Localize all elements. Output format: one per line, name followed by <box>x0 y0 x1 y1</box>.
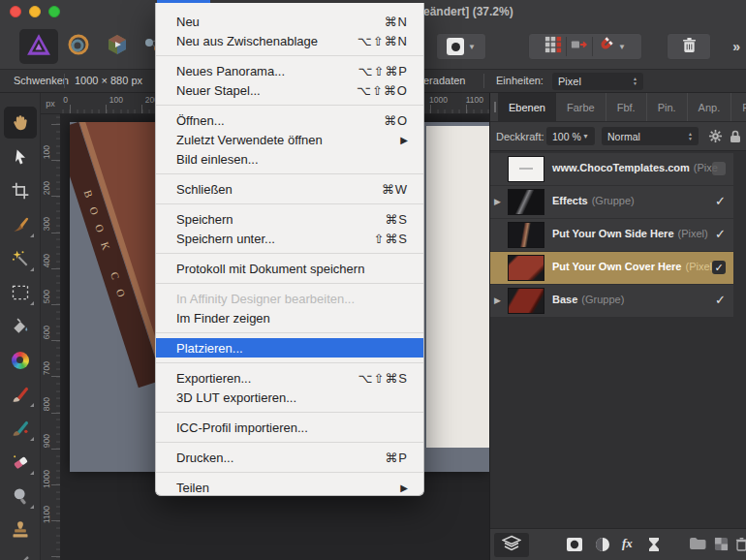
menu-item-protokoll[interactable]: Protokoll mit Dokument speichern <box>156 259 423 278</box>
menu-separator <box>156 362 423 363</box>
layer-effects-fx-icon[interactable]: fx <box>622 536 633 551</box>
menu-item-3d-lut[interactable]: 3D LUT exportieren... <box>156 388 423 407</box>
menu-item-speichern[interactable]: Speichern⌘S <box>156 209 423 229</box>
liquify-persona-icon <box>67 33 90 60</box>
view-pan-tool[interactable] <box>4 107 37 139</box>
studio-panel: Ebenen Farbe Fbf. Pin. Anp. FX Deckkraft… <box>489 93 746 560</box>
adjustment-layer-icon[interactable] <box>595 537 610 556</box>
color-picker-tool[interactable] <box>4 344 37 376</box>
erase-tool[interactable] <box>4 446 37 478</box>
marquee-select-tool[interactable] <box>4 276 37 308</box>
opacity-select[interactable]: 100 % ▼ <box>546 127 595 145</box>
photo-persona-button[interactable] <box>19 29 58 64</box>
menu-item-speichern-unter[interactable]: Speichern unter...⇧⌘S <box>156 229 423 248</box>
menu-item-oeffnen[interactable]: Öffnen...⌘O <box>156 110 423 130</box>
develop-persona-button[interactable] <box>101 31 134 62</box>
crop-tool[interactable] <box>4 174 37 206</box>
delete-layer-trash-icon[interactable] <box>735 537 746 555</box>
menu-item-neues-panorama[interactable]: Neues Panorama...⌥⇧⌘P <box>156 61 423 80</box>
checkmark-icon[interactable]: ✓ <box>715 293 726 307</box>
dodge-burn-tool[interactable] <box>4 480 37 512</box>
menu-item-teilen[interactable]: Teilen▶ <box>156 478 423 496</box>
menu-item-zuletzt-verwendete[interactable]: Zuletzt Verwendete öffnen▶ <box>156 130 423 149</box>
menu-item-schliessen[interactable]: Schließen⌘W <box>156 179 423 199</box>
expand-arrow-icon[interactable]: ▶ <box>494 197 501 206</box>
metadata-toggle-label[interactable]: eradaten <box>423 75 465 86</box>
chevron-down-icon[interactable]: ▼ <box>468 43 476 51</box>
tab-ebenen[interactable]: Ebenen <box>498 93 556 121</box>
expand-arrow-icon[interactable]: ▶ <box>494 296 501 305</box>
menu-item-neu-aus-zwischenablage[interactable]: Neu aus Zwischenablage⌥⇧⌘N <box>156 31 423 50</box>
grid-icon[interactable] <box>544 36 562 57</box>
minimize-window-button[interactable] <box>29 6 41 17</box>
tab-anpassungen[interactable]: Anp. <box>688 93 732 121</box>
units-label: Einheiten: <box>496 75 544 86</box>
mask-layer-icon[interactable] <box>566 537 583 556</box>
panel-drag-handle-icon[interactable] <box>494 102 496 112</box>
menu-item-neuer-stapel[interactable]: Neuer Stapel...⌥⇧⌘O <box>156 80 423 100</box>
tab-fx[interactable]: FX <box>731 93 746 121</box>
move-tool[interactable] <box>4 140 37 172</box>
tab-farbe[interactable]: Farbe <box>556 93 606 121</box>
layer-type: (Gruppe) <box>592 195 635 206</box>
close-window-button[interactable] <box>10 6 21 17</box>
new-group-folder-icon[interactable] <box>689 537 706 554</box>
paint-brush-tool[interactable] <box>4 378 37 410</box>
layers-list: www.ChocoTemplates.com(Pixe ▶ Effects(Gr… <box>490 153 733 318</box>
checkmark-icon[interactable]: ✓ <box>715 194 726 208</box>
export-slice-icon[interactable] <box>571 36 588 57</box>
lock-icon[interactable] <box>730 130 741 145</box>
layer-row-side[interactable]: Put Your Own Side Here(Pixel) ✓ <box>490 219 733 251</box>
checkmark-icon: ✓ <box>714 262 723 274</box>
layers-stack-button[interactable] <box>494 533 529 557</box>
menu-item-im-finder-zeigen[interactable]: Im Finder zeigen <box>156 308 423 327</box>
menu-item-neu[interactable]: Neu⌘N <box>156 12 423 31</box>
selection-brush-tool[interactable] <box>4 242 37 274</box>
menu-item-designer-bearbeiten: In Affinity Designer bearbeiten... <box>156 289 423 308</box>
layer-row-base[interactable]: ▶ Base(Gruppe) ✓ <box>490 285 733 317</box>
blend-mode-select[interactable]: Normal ▲▼ <box>602 127 699 145</box>
menu-separator <box>156 472 423 473</box>
layer-row-effects[interactable]: ▶ Effects(Gruppe) ✓ <box>490 186 733 218</box>
layer-visibility-checkbox[interactable] <box>712 162 726 175</box>
pixel-brush-tool[interactable] <box>4 412 37 444</box>
live-filter-hourglass-icon[interactable] <box>647 537 661 556</box>
vertical-ruler: 0 100 200 300 400 500 600 700 800 900 10… <box>41 114 60 560</box>
layer-row-watermark[interactable]: www.ChocoTemplates.com(Pixe <box>490 153 733 185</box>
menu-item-icc-profil[interactable]: ICC-Profil importieren... <box>156 418 423 437</box>
zoom-window-button[interactable] <box>48 6 60 17</box>
mask-mode-button[interactable]: ▼ <box>436 33 486 60</box>
menu-item-platzieren[interactable]: Platzieren... <box>156 338 423 358</box>
layer-name: Put Your Own Side Here <box>552 228 674 239</box>
book-pages-area <box>426 126 489 448</box>
gear-icon[interactable] <box>708 129 723 145</box>
toolbar-overflow-button[interactable]: » <box>732 39 740 54</box>
current-tool-label: Schwenken <box>14 75 69 86</box>
new-pixel-layer-icon[interactable] <box>714 537 729 555</box>
liquify-persona-button[interactable] <box>62 31 95 62</box>
layer-thumbnail <box>508 222 544 248</box>
layer-row-cover-selected[interactable]: Put Your Own Cover Here(Pixel) ✓ <box>490 252 733 284</box>
layer-visibility-checkbox[interactable]: ✓ <box>712 261 726 274</box>
chevron-down-icon[interactable]: ▼ <box>618 43 626 51</box>
tab-pinsel[interactable]: Pin. <box>647 93 688 121</box>
menu-item-exportieren[interactable]: Exportieren...⌥⇧⌘S <box>156 368 423 388</box>
tab-farbfelder[interactable]: Fbf. <box>606 93 647 121</box>
units-select[interactable]: Pixel ▲▼ <box>552 73 643 90</box>
flood-fill-tool[interactable] <box>4 310 37 342</box>
layer-thumbnail <box>508 156 544 182</box>
stepper-icon[interactable]: ▲▼ <box>633 77 637 86</box>
divider <box>483 74 484 88</box>
menu-item-drucken[interactable]: Drucken...⌘P <box>156 448 423 467</box>
chevron-down-icon: ▼ <box>582 133 589 140</box>
delete-button[interactable] <box>667 33 711 60</box>
healing-brush-tool[interactable] <box>4 208 37 240</box>
clone-stamp-tool[interactable] <box>4 513 37 545</box>
red-eye-tool[interactable] <box>4 547 37 560</box>
menu-item-bild-einlesen[interactable]: Bild einlesen... <box>156 149 423 169</box>
menu-separator <box>156 173 423 174</box>
checkmark-icon[interactable]: ✓ <box>715 227 726 241</box>
tools-palette <box>0 93 41 560</box>
layer-name: Effects <box>552 195 588 206</box>
snapping-magnet-icon[interactable] <box>597 36 614 57</box>
